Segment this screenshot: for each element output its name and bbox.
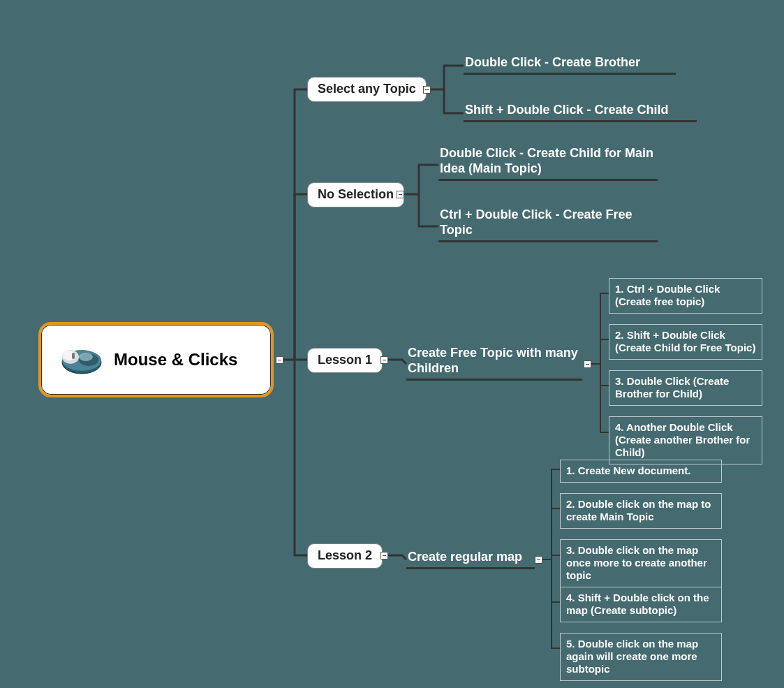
node-lesson-1[interactable]: Lesson 1 — [307, 348, 383, 373]
step-lesson1-3[interactable]: 3. Double Click (Create Brother for Chil… — [609, 370, 762, 406]
step-text: 1. Create New document. — [566, 464, 690, 476]
step-text: 4. Another Double Click (Create another … — [615, 421, 750, 458]
expand-toggle[interactable] — [380, 356, 388, 364]
step-text: 4. Shift + Double click on the map (Crea… — [566, 592, 709, 616]
mouse-icon — [54, 342, 104, 378]
expand-toggle[interactable] — [380, 552, 388, 559]
leaf-text: Ctrl + Double Click - Create Free Topic — [440, 207, 633, 237]
svg-rect-4 — [72, 353, 75, 359]
node-label: No Selection — [318, 187, 394, 201]
leaf-text: Shift + Double Click - Create Child — [465, 103, 669, 117]
expand-toggle[interactable] — [584, 360, 591, 368]
step-lesson2-5[interactable]: 5. Double click on the map again will cr… — [560, 633, 722, 681]
leaf-lesson2-sub[interactable]: Create regular map — [406, 549, 535, 569]
node-label: Select any Topic — [318, 82, 416, 96]
leaf-text: Double Click - Create Brother — [465, 55, 640, 69]
leaf-text: Create regular map — [408, 550, 522, 564]
root-label: Mouse & Clicks — [114, 350, 237, 369]
leaf-ctrl-dblclick-free[interactable]: Ctrl + Double Click - Create Free Topic — [438, 207, 658, 242]
leaf-shift-dblclick-child[interactable]: Shift + Double Click - Create Child — [464, 102, 697, 122]
node-label: Lesson 1 — [318, 353, 372, 367]
step-lesson2-1[interactable]: 1. Create New document. — [560, 460, 722, 483]
step-text: 3. Double Click (Create Brother for Chil… — [615, 375, 729, 400]
leaf-dblclick-brother[interactable]: Double Click - Create Brother — [464, 54, 676, 75]
expand-toggle[interactable] — [423, 86, 431, 94]
expand-toggle[interactable] — [397, 191, 404, 198]
step-text: 5. Double click on the map again will cr… — [566, 638, 698, 675]
mindmap-canvas: Mouse & Clicks Select any Topic Double C… — [0, 0, 784, 688]
leaf-text: Create Free Topic with many Children — [408, 346, 578, 375]
root-node[interactable]: Mouse & Clicks — [38, 322, 274, 397]
node-no-selection[interactable]: No Selection — [307, 182, 404, 207]
step-lesson1-2[interactable]: 2. Shift + Double Click (Create Child fo… — [609, 324, 762, 360]
step-lesson1-4[interactable]: 4. Another Double Click (Create another … — [609, 416, 762, 464]
node-lesson-2[interactable]: Lesson 2 — [307, 543, 383, 569]
step-text: 1. Ctrl + Double Click (Create free topi… — [615, 283, 720, 307]
leaf-dblclick-main-child[interactable]: Double Click - Create Child for Main Ide… — [438, 145, 658, 181]
node-label: Lesson 2 — [318, 548, 372, 562]
leaf-lesson1-sub[interactable]: Create Free Topic with many Children — [406, 345, 582, 381]
step-lesson2-2[interactable]: 2. Double click on the map to create Mai… — [560, 493, 722, 529]
step-lesson1-1[interactable]: 1. Ctrl + Double Click (Create free topi… — [609, 278, 762, 314]
step-lesson2-4[interactable]: 4. Shift + Double click on the map (Crea… — [560, 587, 722, 622]
node-select-any-topic[interactable]: Select any Topic — [307, 77, 427, 102]
step-lesson2-3[interactable]: 3. Double click on the map once more to … — [560, 539, 722, 587]
step-text: 3. Double click on the map once more to … — [566, 544, 707, 581]
expand-toggle[interactable] — [535, 556, 542, 564]
leaf-text: Double Click - Create Child for Main Ide… — [440, 146, 653, 175]
svg-point-6 — [79, 353, 93, 361]
step-text: 2. Shift + Double Click (Create Child fo… — [615, 329, 755, 353]
step-text: 2. Double click on the map to create Mai… — [566, 498, 711, 522]
expand-toggle[interactable] — [276, 356, 283, 364]
